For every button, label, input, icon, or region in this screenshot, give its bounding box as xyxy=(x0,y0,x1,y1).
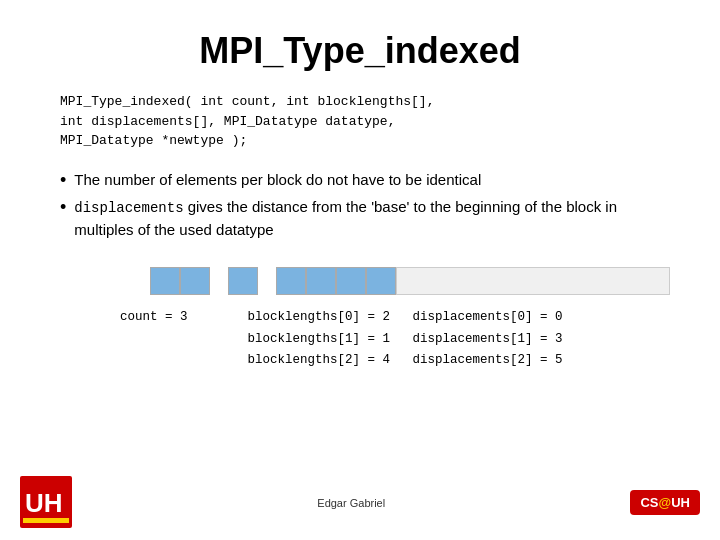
footer: UH Edgar Gabriel CS@UH xyxy=(0,476,720,528)
block-cell xyxy=(150,267,180,295)
block-cell xyxy=(336,267,366,295)
block-cell xyxy=(228,267,258,295)
code-line-2: int displacements[], MPI_Datatype dataty… xyxy=(60,114,395,129)
svg-rect-2 xyxy=(23,518,69,523)
bullet-text-1: The number of elements per block do not … xyxy=(74,169,670,192)
block-cell xyxy=(306,267,336,295)
data-row-1: blocklengths[1] = 1 displacements[1] = 3 xyxy=(248,329,563,350)
block-cell xyxy=(180,267,210,295)
inline-code-displacements: displacements xyxy=(74,200,183,216)
block-cell xyxy=(366,267,396,295)
bullet-item-2: • displacements gives the distance from … xyxy=(60,196,670,242)
csuh-badge: CS@UH xyxy=(630,490,700,515)
data-row-0: blocklengths[0] = 2 displacements[0] = 0 xyxy=(248,307,563,328)
bullet-dot-2: • xyxy=(60,196,66,219)
blocks-visualization xyxy=(150,267,670,295)
remaining-space xyxy=(396,267,670,295)
footer-author: Edgar Gabriel xyxy=(317,493,385,511)
code-line-1: MPI_Type_indexed( int count, int blockle… xyxy=(60,94,434,109)
uh-logo: UH xyxy=(20,476,72,528)
code-block: MPI_Type_indexed( int count, int blockle… xyxy=(60,92,670,151)
csuh-cs-text: CS xyxy=(640,495,658,510)
bullet-dot-1: • xyxy=(60,169,66,192)
svg-text:UH: UH xyxy=(25,488,63,518)
bullet-list: • The number of elements per block do no… xyxy=(60,169,670,246)
data-table: count = 3 blocklengths[0] = 2 displaceme… xyxy=(120,307,670,371)
code-line-3: MPI_Datatype *newtype ); xyxy=(60,133,247,148)
bullet-item-1: • The number of elements per block do no… xyxy=(60,169,670,192)
block-cell xyxy=(276,267,306,295)
data-row-2: blocklengths[2] = 4 displacements[2] = 5 xyxy=(248,350,563,371)
author-label: Edgar Gabriel xyxy=(317,497,385,509)
slide-title: MPI_Type_indexed xyxy=(50,30,670,72)
bullet-text-2: displacements gives the distance from th… xyxy=(74,196,670,242)
count-label: count = 3 xyxy=(120,307,188,371)
csuh-uh-text: UH xyxy=(671,495,690,510)
slide: MPI_Type_indexed MPI_Type_indexed( int c… xyxy=(0,0,720,540)
blocklengths-displacements: blocklengths[0] = 2 displacements[0] = 0… xyxy=(248,307,563,371)
csuh-at-sign: @ xyxy=(659,495,672,510)
data-table-row-count: count = 3 blocklengths[0] = 2 displaceme… xyxy=(120,307,670,371)
